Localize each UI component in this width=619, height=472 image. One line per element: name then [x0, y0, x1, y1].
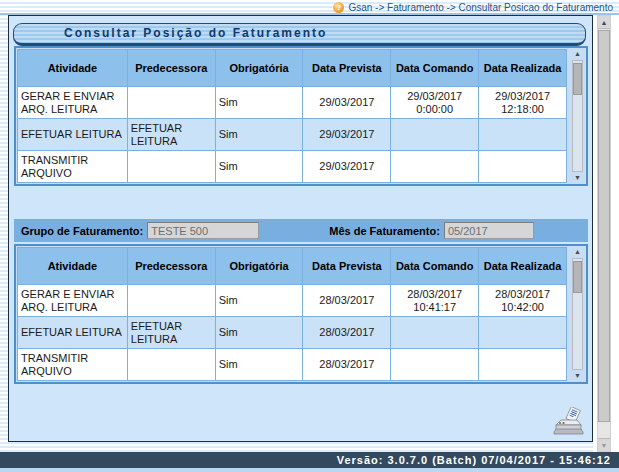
table-cell: TRANSMITIR ARQUIVO: [18, 349, 128, 381]
table-cell: [391, 119, 479, 151]
table-cell: [127, 151, 215, 183]
table-cell: 28/03/2017 10:41:17: [391, 285, 479, 317]
table-cell: 28/03/2017: [303, 317, 391, 349]
table-cell: Sim: [215, 317, 303, 349]
table-row: GERAR E ENVIAR ARQ. LEITURASim29/03/2017…: [18, 87, 567, 119]
table-cell: EFETUAR LEITURA: [127, 317, 215, 349]
column-header: Atividade: [18, 50, 128, 87]
top-bar: ? Gsan -> Faturamento -> Consultar Posic…: [0, 0, 619, 13]
table-cell: 29/03/2017: [303, 119, 391, 151]
table-cell: GERAR E ENVIAR ARQ. LEITURA: [18, 87, 128, 119]
activities-table: AtividadePredecessoraObrigatóriaData Pre…: [17, 247, 567, 381]
column-header: Atividade: [18, 248, 128, 285]
scrollbar-track[interactable]: [572, 60, 583, 172]
scroll-down-icon[interactable]: ▼: [570, 371, 585, 381]
footer-accent-strip: [0, 468, 619, 472]
table-cell: 29/03/2017 0:00:00: [391, 87, 479, 119]
scroll-down-icon[interactable]: ▼: [570, 173, 585, 183]
table-cell: [391, 151, 479, 183]
table-cell: [479, 317, 567, 349]
billing-activities-grid-1: AtividadePredecessoraObrigatóriaData Pre…: [14, 46, 588, 186]
scroll-up-icon[interactable]: ▲: [598, 16, 610, 29]
table-cell: [479, 349, 567, 381]
column-header: Data Prevista: [303, 248, 391, 285]
scroll-up-icon[interactable]: ▲: [570, 49, 585, 59]
table-cell: [391, 317, 479, 349]
column-header: Data Prevista: [303, 50, 391, 87]
column-header: Obrigatória: [215, 50, 303, 87]
column-header: Predecessora: [127, 50, 215, 87]
column-header: Predecessora: [127, 248, 215, 285]
table-cell: [479, 151, 567, 183]
table-cell: 29/03/2017: [303, 87, 391, 119]
billing-group-field: [147, 222, 259, 239]
breadcrumb[interactable]: ? Gsan -> Faturamento -> Consultar Posic…: [333, 1, 613, 13]
table-cell: [479, 119, 567, 151]
table-cell: 29/03/2017 12:18:00: [479, 87, 567, 119]
billing-group-label: Grupo de Faturamento:: [21, 225, 143, 237]
content-frame: Consultar Posição do Faturamento Ativida…: [8, 15, 593, 442]
breadcrumb-text[interactable]: Gsan -> Faturamento -> Consultar Posicao…: [348, 2, 613, 13]
page-title: Consultar Posição do Faturamento: [13, 23, 586, 46]
billing-activities-grid-2: AtividadePredecessoraObrigatóriaData Pre…: [14, 244, 588, 384]
table-cell: [391, 349, 479, 381]
help-icon[interactable]: ?: [333, 2, 344, 13]
table-row: GERAR E ENVIAR ARQ. LEITURASim28/03/2017…: [18, 285, 567, 317]
column-header: Data Comando: [391, 248, 479, 285]
table-cell: EFETUAR LEITURA: [127, 119, 215, 151]
column-header: Data Realizada: [479, 248, 567, 285]
table-row: EFETUAR LEITURAEFETUAR LEITURASim29/03/2…: [18, 119, 567, 151]
billing-group-bar: Grupo de Faturamento: Mês de Faturamento…: [14, 219, 588, 242]
scrollbar-thumb[interactable]: [573, 261, 582, 293]
table-cell: Sim: [215, 285, 303, 317]
table-cell: Sim: [215, 119, 303, 151]
table-cell: [127, 349, 215, 381]
table-cell: Sim: [215, 349, 303, 381]
table-scrollbar[interactable]: ▲ ▼: [570, 247, 585, 381]
table-cell: EFETUAR LEITURA: [18, 119, 128, 151]
billing-month-field: [444, 222, 534, 239]
printer-icon: [552, 407, 584, 439]
table-cell: Sim: [215, 87, 303, 119]
scrollbar-thumb[interactable]: [573, 63, 582, 95]
scrollbar-thumb[interactable]: [598, 30, 610, 422]
table-row: TRANSMITIR ARQUIVOSim29/03/2017: [18, 151, 567, 183]
table-cell: [127, 285, 215, 317]
table-cell: Sim: [215, 151, 303, 183]
table-cell: 29/03/2017: [303, 151, 391, 183]
table-cell: EFETUAR LEITURA: [18, 317, 128, 349]
activities-table: AtividadePredecessoraObrigatóriaData Pre…: [17, 49, 567, 183]
column-header: Data Comando: [391, 50, 479, 87]
table-cell: TRANSMITIR ARQUIVO: [18, 151, 128, 183]
print-button[interactable]: [552, 407, 584, 439]
table-cell: [127, 87, 215, 119]
column-header: Data Realizada: [479, 50, 567, 87]
scroll-down-icon[interactable]: ▼: [598, 438, 610, 451]
table-cell: 28/03/2017 10:42:00: [479, 285, 567, 317]
column-header: Obrigatória: [215, 248, 303, 285]
billing-month-label: Mês de Faturamento:: [329, 225, 440, 237]
table-cell: 28/03/2017: [303, 285, 391, 317]
scroll-up-icon[interactable]: ▲: [570, 247, 585, 257]
table-scrollbar[interactable]: ▲ ▼: [570, 49, 585, 183]
table-cell: GERAR E ENVIAR ARQ. LEITURA: [18, 285, 128, 317]
page-scrollbar[interactable]: ▲ ▼: [597, 15, 611, 452]
table-cell: 28/03/2017: [303, 349, 391, 381]
version-status-bar: Versão: 3.0.7.0 (Batch) 07/04/2017 - 15:…: [0, 452, 619, 468]
table-row: EFETUAR LEITURAEFETUAR LEITURASim28/03/2…: [18, 317, 567, 349]
scrollbar-track[interactable]: [572, 258, 583, 370]
table-row: TRANSMITIR ARQUIVOSim28/03/2017: [18, 349, 567, 381]
